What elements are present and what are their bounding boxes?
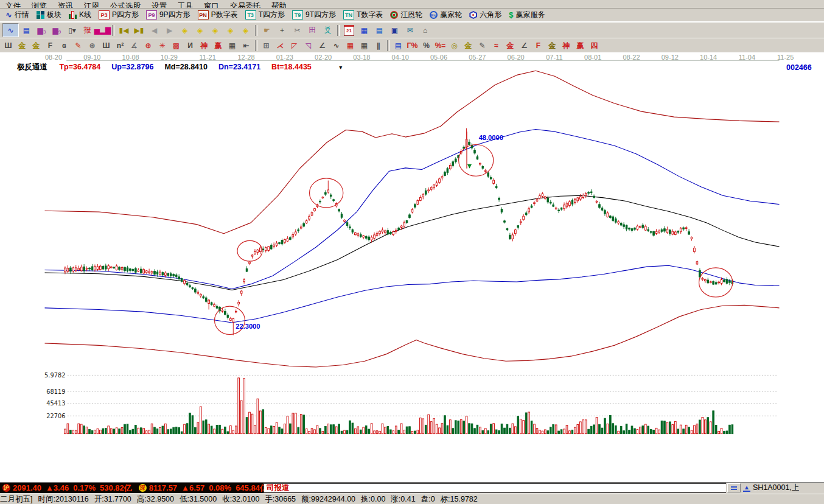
jump-all-button[interactable]: ◈ bbox=[238, 24, 253, 37]
toolbar-button-hexagon[interactable]: 六角形 bbox=[466, 9, 505, 21]
calendar-button[interactable]: 21 bbox=[341, 24, 357, 37]
shen-angle-button[interactable]: 神 bbox=[559, 40, 573, 52]
target-button[interactable]: ⊕ bbox=[141, 40, 155, 52]
erase-tool-button[interactable]: ✂ bbox=[290, 24, 305, 37]
mail-button[interactable]: ✉ bbox=[402, 24, 417, 37]
period-select-button[interactable]: ▯▾ bbox=[65, 24, 80, 37]
brush-button[interactable]: ✎ bbox=[475, 40, 489, 52]
candle-body bbox=[609, 216, 611, 218]
fan-lines-button[interactable]: ⋌ bbox=[273, 40, 287, 52]
f10-info-button[interactable]: ▤ bbox=[19, 24, 34, 37]
ying-tool-button[interactable]: 赢 bbox=[211, 40, 225, 52]
memo-button[interactable]: ▤ bbox=[372, 24, 387, 37]
index-code-label[interactable]: SH1A0001,上 bbox=[753, 483, 799, 493]
analysis-button[interactable]: ∿ bbox=[2, 23, 19, 37]
save-button[interactable]: ▣ bbox=[387, 24, 402, 37]
toolbar-button-kline[interactable]: K线 bbox=[65, 9, 95, 21]
workstation-button[interactable]: ⌂ bbox=[417, 24, 433, 37]
si-angle-button[interactable]: 四 bbox=[587, 40, 601, 52]
first-page-button[interactable]: ▮◀ bbox=[116, 24, 131, 37]
box-tool-button[interactable]: ⊞ bbox=[259, 40, 273, 52]
toolbar-button-t-square[interactable]: T3T四方形 bbox=[242, 9, 288, 21]
toolbar-button-p-square[interactable]: P3P四方形 bbox=[95, 9, 142, 21]
menu-item-1[interactable]: 浏览 bbox=[26, 1, 52, 9]
angle-tool-button[interactable]: ∡ bbox=[127, 40, 141, 52]
candle-body bbox=[393, 231, 394, 234]
prev-button[interactable]: ◀ bbox=[147, 24, 162, 37]
indicator-dropdown-icon[interactable]: ▾ bbox=[339, 64, 342, 71]
menu-item-5[interactable]: 设置 bbox=[146, 1, 172, 9]
gold-red-button[interactable]: 金 bbox=[503, 40, 517, 52]
angle-j-button[interactable]: ∠ bbox=[517, 40, 531, 52]
wave-line-button[interactable]: ∿ bbox=[329, 40, 343, 52]
histogram-button[interactable]: ▅▂▇ bbox=[95, 24, 110, 37]
jump-left-button[interactable]: ◈ bbox=[177, 24, 192, 37]
calculator-button[interactable]: ▦ bbox=[357, 24, 372, 37]
gold-ruler-2-button[interactable]: 金 bbox=[29, 40, 43, 52]
n-square-button[interactable]: n² bbox=[113, 40, 127, 52]
fan-box-purple-button[interactable]: ◹ bbox=[301, 40, 315, 52]
span-arrows-button[interactable]: ⇤ bbox=[239, 40, 253, 52]
chart-panel[interactable]: 5.978268119454132270648.000022.3000 08-2… bbox=[0, 52, 824, 483]
wave-count-button[interactable]: И bbox=[183, 40, 197, 52]
grid-dark-button[interactable]: ▦ bbox=[357, 40, 371, 52]
wave-red-button[interactable]: ≈ bbox=[489, 40, 503, 52]
gold-ruler-1-button[interactable]: 金 bbox=[15, 40, 29, 52]
toolbar-button-9t-square[interactable]: T99T四方形 bbox=[288, 9, 340, 21]
red-grid-button[interactable]: ▩ bbox=[169, 40, 183, 52]
toolbar-button-t-number-table[interactable]: TNT数字表 bbox=[340, 9, 386, 21]
menu-item-0[interactable]: 文件 bbox=[0, 1, 26, 9]
jump-horizontal-button[interactable]: ◈ bbox=[208, 24, 223, 37]
toolbar-button-p-number-table[interactable]: PNP数字表 bbox=[194, 9, 242, 21]
toolbar-button-winner-service[interactable]: $赢家服务 bbox=[505, 9, 548, 21]
toolbar-button-sectors[interactable]: 板块 bbox=[33, 9, 65, 21]
gold-levels-button[interactable]: 金 bbox=[461, 40, 475, 52]
cycle-circle-button[interactable]: ⊛ bbox=[85, 40, 99, 52]
fan-box-button[interactable]: ◸ bbox=[287, 40, 301, 52]
crosshair-tool-button[interactable]: ＋ bbox=[274, 24, 290, 37]
percent-line-button[interactable]: Γ% bbox=[405, 40, 419, 52]
angle-lines-button[interactable]: ∠ bbox=[315, 40, 329, 52]
pattern-tool-button[interactable]: 爻 bbox=[320, 24, 335, 37]
toolbar-button-quote[interactable]: ∿行情 bbox=[2, 9, 33, 21]
index-selector-button[interactable] bbox=[727, 483, 741, 492]
toolbar-button-gann-wheel[interactable]: 江恩轮 bbox=[386, 9, 426, 21]
percent-levels-button[interactable]: %= bbox=[433, 40, 447, 52]
menu-item-9[interactable]: 帮助 bbox=[266, 1, 292, 9]
stats-panel-button[interactable]: ▤ bbox=[391, 40, 405, 52]
ying-angle-button[interactable]: 赢 bbox=[573, 40, 587, 52]
next-button[interactable]: ▶ bbox=[162, 24, 177, 37]
menu-item-2[interactable]: 资讯 bbox=[52, 1, 79, 9]
hand-tool-button[interactable]: ☛ bbox=[259, 24, 274, 37]
stamp-tool-button[interactable]: 田 bbox=[305, 24, 320, 37]
news-ticker[interactable]: 司报道 bbox=[264, 483, 728, 492]
gold-circle-button[interactable]: ◎ bbox=[447, 40, 461, 52]
menu-item-7[interactable]: 窗口 bbox=[198, 1, 225, 9]
jump-right-button[interactable]: ◈ bbox=[192, 24, 208, 37]
menu-item-3[interactable]: 江恩 bbox=[79, 1, 105, 9]
menu-item-8[interactable]: 交易委托 bbox=[225, 1, 266, 9]
comb-button[interactable]: Ш bbox=[99, 40, 113, 52]
web-button[interactable]: ✳ bbox=[155, 40, 169, 52]
f-angle-button[interactable]: F bbox=[531, 40, 545, 52]
bars-3-button[interactable]: ▆₃ bbox=[34, 24, 49, 37]
percent-button[interactable]: % bbox=[419, 40, 433, 52]
grid-red-button[interactable]: ▦ bbox=[343, 40, 357, 52]
last-page-button[interactable]: ▶▮ bbox=[131, 24, 147, 37]
parallel-lines-button[interactable]: ∥ bbox=[371, 40, 385, 52]
jump-swap-button[interactable]: ◈ bbox=[223, 24, 238, 37]
news-stamp-button[interactable]: 报 bbox=[80, 24, 95, 37]
number-grid-button[interactable]: ▦ bbox=[225, 40, 239, 52]
pen-button[interactable]: ✎ bbox=[71, 40, 85, 52]
gann-ruler-button[interactable]: Ш bbox=[1, 40, 15, 52]
toolbar-button-9p-square[interactable]: P99P四方形 bbox=[142, 9, 194, 21]
toolbar-button-winner-wheel[interactable]: Big赢家轮 bbox=[426, 9, 466, 21]
spiral-button[interactable]: ɞ bbox=[57, 40, 71, 52]
shen-tool-button[interactable]: 神 bbox=[197, 40, 211, 52]
gold-angle-button[interactable]: 金 bbox=[545, 40, 559, 52]
fib-ruler-button[interactable]: F bbox=[43, 40, 57, 52]
menu-item-6[interactable]: 工具 bbox=[172, 1, 198, 9]
main-chart[interactable]: 5.978268119454132270648.000022.3000 bbox=[0, 52, 824, 482]
bars-9-button[interactable]: ▆₉ bbox=[49, 24, 65, 37]
menu-item-4[interactable]: 公式选股 bbox=[105, 1, 146, 9]
